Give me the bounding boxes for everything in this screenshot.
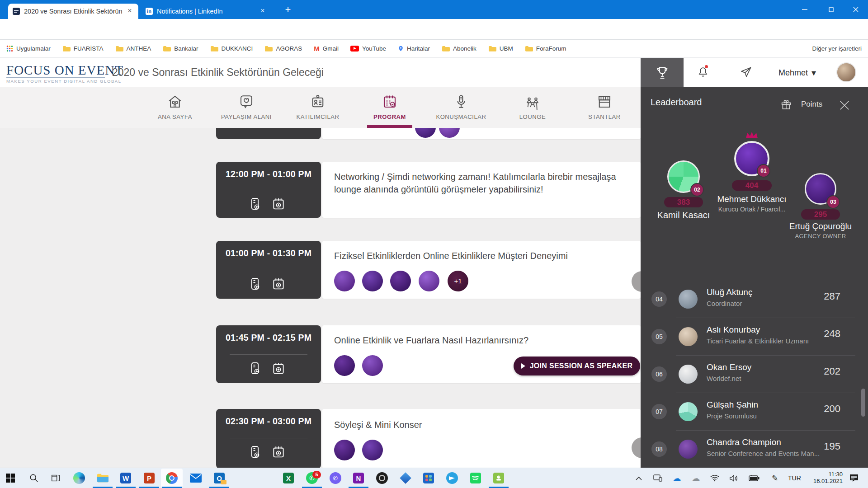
notifications-bell-icon[interactable] (697, 66, 709, 79)
points-label[interactable]: Points (801, 100, 822, 109)
new-tab-button[interactable]: + (281, 4, 295, 16)
android-app-icon[interactable] (492, 472, 505, 484)
session-card[interactable]: Networking / Şimdi networking zamanı! Ka… (322, 162, 641, 218)
row-name: Chandra Champion (707, 437, 781, 447)
mail-icon[interactable] (189, 472, 202, 484)
chrome-icon[interactable] (165, 472, 178, 484)
browser-tab-inactive[interactable]: in Notifications | LinkedIn × (141, 4, 271, 19)
add-note-icon[interactable] (247, 444, 263, 460)
session-card-partial[interactable] (322, 128, 641, 139)
add-to-calendar-icon[interactable] (271, 361, 286, 376)
pen-icon[interactable]: ✎ (769, 472, 781, 484)
nav-item-stantlar[interactable]: STANTLAR (573, 94, 636, 120)
other-bookmarks[interactable]: Diğer yer işaretleri (812, 45, 862, 52)
close-icon[interactable] (838, 99, 851, 112)
bookmark-youtube[interactable]: YouTube (350, 45, 386, 52)
gift-icon[interactable] (780, 98, 793, 111)
whatsapp-icon[interactable]: ✆ 5 (306, 472, 318, 484)
tray-chevron-up-icon[interactable] (632, 472, 645, 484)
file-explorer-icon[interactable] (96, 472, 109, 484)
panel-scrollbar[interactable] (861, 389, 865, 417)
bookmark-folder[interactable]: ANTHEA (115, 45, 151, 52)
browser-tab-active[interactable]: 2020 ve Sonrası Etkinlik Sektörün × (8, 4, 138, 19)
action-center-icon[interactable] (848, 472, 860, 484)
row-name: Gülşah Şahin (707, 400, 758, 410)
leaderboard-trophy-tab[interactable] (641, 58, 684, 87)
bookmark-apps[interactable]: Uygulamalar (6, 45, 51, 52)
spotify-icon[interactable] (469, 472, 482, 484)
cloud-app-icon[interactable]: ☁ (689, 472, 702, 484)
date: 16.01.2021 (808, 478, 843, 484)
send-icon[interactable] (740, 66, 752, 79)
add-note-icon[interactable] (247, 276, 263, 291)
leaderboard-row[interactable]: 04 Uluğ Aktunç Coordinator 287 (641, 281, 868, 318)
tray-device-icon[interactable] (651, 472, 664, 484)
leaderboard-row[interactable]: 06 Okan Ersoy Worldef.net 202 (641, 356, 868, 393)
bookmark-folder[interactable]: Abonelik (442, 45, 476, 52)
onenote-icon[interactable]: N (352, 472, 365, 484)
task-view-icon[interactable] (49, 472, 62, 484)
windows-taskbar: W P O X ✆ 5 ✆ N ☁ ☁ ✎ TUR 1 (0, 468, 868, 488)
bookmark-maps[interactable]: Haritalar (398, 45, 430, 52)
leaderboard-row[interactable]: 08 Chandra Champion Senior Conference an… (641, 431, 868, 468)
battery-icon[interactable] (748, 472, 760, 484)
powerpoint-icon[interactable]: P (143, 472, 156, 484)
window-close-button[interactable] (844, 0, 868, 19)
tab-close-icon[interactable]: × (126, 7, 134, 15)
onedrive-icon[interactable]: ☁ (670, 472, 683, 484)
add-to-calendar-icon[interactable] (271, 276, 286, 291)
excel-icon[interactable]: X (282, 472, 295, 484)
language-indicator[interactable]: TUR (788, 474, 801, 482)
bookmark-folder[interactable]: DUKKANCI (210, 45, 253, 52)
user-avatar[interactable] (836, 62, 856, 82)
tab-close-icon[interactable]: × (259, 7, 267, 15)
bookmark-folder[interactable]: Bankalar (163, 45, 198, 52)
more-speakers-badge[interactable]: +1 (448, 271, 468, 291)
nav-item-paylasim-alani[interactable]: PAYLAŞIM ALANI (215, 94, 278, 120)
join-session-button[interactable]: JOIN SESSION AS SPEAKER (514, 357, 640, 375)
edge-icon[interactable] (73, 472, 85, 484)
leaderboard-row[interactable]: 07 Gülşah Şahin Proje Sorumlusu 200 (641, 393, 868, 431)
add-note-icon[interactable] (247, 361, 263, 376)
bookmark-folder[interactable]: ForaForum (525, 45, 566, 52)
start-button[interactable] (4, 472, 17, 484)
nav-item-program-active[interactable]: PROGRAM (358, 94, 421, 120)
volume-icon[interactable] (727, 472, 740, 484)
obs-icon[interactable] (376, 472, 388, 484)
session-title: Söyleşi & Mini Konser (334, 420, 422, 430)
app-diamond-icon[interactable] (399, 472, 412, 484)
slack-icon[interactable] (422, 472, 435, 484)
user-menu[interactable]: Mehmet ▼ (778, 66, 816, 80)
bookmark-folder[interactable]: AGORAS (264, 45, 302, 52)
nav-item-konusmacilar[interactable]: KONUŞMACILAR (429, 94, 493, 120)
telegram-icon[interactable] (446, 472, 458, 484)
microphone-icon (453, 94, 469, 110)
session-card[interactable]: Söyleşi & Mini Konser (322, 409, 641, 469)
window-maximize-button[interactable] (818, 0, 844, 19)
nav-item-ana-sayfa[interactable]: ANA SAYFA (143, 94, 207, 120)
focus-on-event-logo[interactable]: FOCUS ON EVENT MAKES YOUR EVENT DIGITAL … (6, 63, 123, 84)
nav-item-katilimcilar[interactable]: KATILIMCILAR (286, 94, 349, 120)
session-card[interactable]: Fiziksel Etkinliklerden Online Etkinlikl… (322, 241, 641, 299)
rank-number: 05 (651, 329, 667, 344)
add-note-icon[interactable] (247, 196, 263, 211)
gmail-icon: M (314, 45, 320, 52)
viber-icon[interactable]: ✆ (329, 472, 342, 484)
linkedin-favicon: in (146, 8, 153, 15)
outlook-icon[interactable]: O (213, 472, 226, 484)
home-icon (167, 94, 183, 110)
row-subtitle: Ticari Fuarlar & Etkinlikler Uzmanı (707, 337, 809, 345)
bookmark-gmail[interactable]: MGmail (314, 45, 339, 52)
add-to-calendar-icon[interactable] (271, 196, 286, 211)
bookmark-folder[interactable]: FUARİSTA (62, 45, 104, 52)
add-to-calendar-icon[interactable] (271, 444, 286, 460)
session-card[interactable]: Online Etkinlik ve Fuarlara Nasıl Hazırl… (322, 325, 641, 383)
leaderboard-row[interactable]: 05 Aslı Konurbay Ticari Fuarlar & Etkinl… (641, 318, 868, 356)
bookmark-folder[interactable]: UBM (488, 45, 513, 52)
wifi-icon[interactable] (708, 472, 721, 484)
word-icon[interactable]: W (119, 472, 132, 484)
clock[interactable]: 11:30 16.01.2021 (808, 471, 843, 484)
window-minimize-button[interactable] (792, 0, 817, 19)
nav-item-lounge[interactable]: LOUNGE (501, 94, 564, 120)
search-icon[interactable] (28, 472, 40, 484)
